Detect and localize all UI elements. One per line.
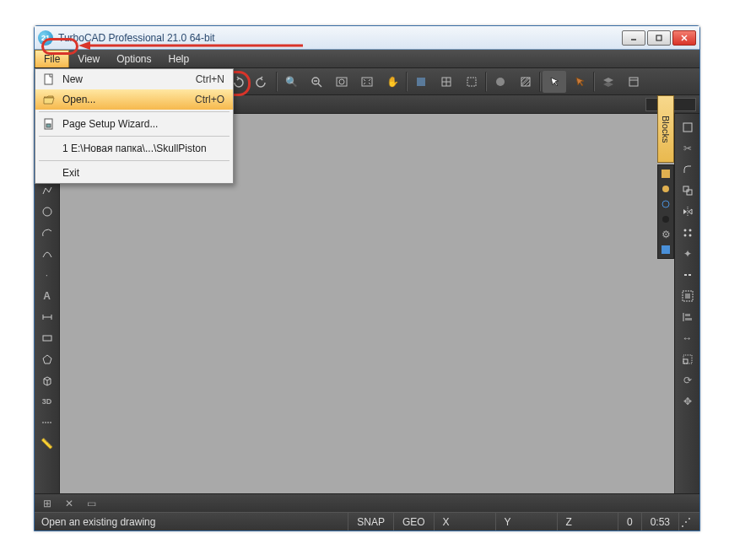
svg-point-27 (496, 78, 505, 86)
tool-mirror-icon[interactable] (678, 202, 698, 222)
tool-rectangle-icon[interactable] (37, 328, 57, 348)
svg-point-61 (662, 216, 669, 223)
tool-zoom-window-icon[interactable] (330, 71, 354, 93)
window-title: TurboCAD Professional 21.0 64-bit (58, 32, 622, 44)
tool-align-icon[interactable] (678, 307, 698, 327)
status-x-value[interactable] (453, 516, 487, 528)
tool-move-icon[interactable]: ✥ (678, 391, 698, 412)
minimize-button[interactable] (622, 30, 645, 46)
status-geo[interactable]: GEO (393, 513, 434, 530)
svg-rect-22 (417, 78, 425, 86)
menu-file[interactable]: File (35, 50, 69, 67)
file-menu-exit[interactable]: Exit (35, 163, 233, 183)
grid-toggle-icon[interactable]: ✕ (62, 496, 77, 511)
svg-rect-6 (46, 124, 51, 127)
tool-properties-icon[interactable] (622, 71, 645, 93)
tool-construction-icon[interactable] (37, 412, 57, 433)
svg-point-59 (662, 186, 669, 192)
status-snap[interactable]: SNAP (348, 513, 393, 530)
toolbar-separator (276, 72, 278, 92)
tool-wireframe-icon[interactable] (435, 71, 458, 93)
svg-rect-26 (467, 78, 476, 86)
tool-explode-icon[interactable]: ✦ (678, 244, 698, 264)
tool-select-icon[interactable] (543, 71, 566, 93)
svg-marker-45 (683, 209, 687, 214)
tool-pan-icon[interactable]: ✋ (381, 71, 404, 93)
svg-rect-56 (683, 359, 688, 363)
tool-circle-icon[interactable] (37, 202, 57, 222)
tool-layers-icon[interactable] (597, 71, 620, 93)
tool-zoom-out-icon[interactable] (305, 71, 328, 93)
svg-rect-54 (685, 314, 690, 316)
blocks-icon-2[interactable] (659, 182, 672, 196)
blocks-icon-6[interactable] (659, 243, 672, 256)
menu-separator (39, 111, 230, 112)
tool-trim-icon[interactable]: ✂ (678, 138, 698, 159)
tool-point-icon[interactable]: · (37, 265, 57, 285)
status-x: X (434, 513, 495, 530)
tool-redo-icon[interactable] (251, 71, 274, 93)
tool-3d-icon[interactable]: 3D (37, 391, 57, 412)
tool-array-icon[interactable] (678, 223, 698, 243)
new-file-icon (40, 73, 57, 85)
status-y-value[interactable] (515, 516, 548, 528)
blocks-panel-icons: ⚙ (657, 164, 674, 259)
app-icon: 21 (38, 30, 53, 46)
snap-toggle-icon[interactable]: ⊞ (40, 496, 55, 511)
tool-arc-icon[interactable] (37, 223, 57, 243)
tool-join-icon[interactable] (678, 265, 698, 285)
toolbar-separator (406, 72, 408, 92)
tool-hidden-line-icon[interactable] (460, 71, 483, 93)
tool-curve-icon[interactable] (37, 244, 57, 264)
tool-scale-icon[interactable] (678, 349, 698, 369)
tool-group-icon[interactable] (678, 286, 698, 306)
menu-options[interactable]: Options (108, 50, 159, 67)
tool-modify-icon[interactable] (678, 117, 698, 137)
tool-text-icon[interactable]: A (37, 286, 57, 306)
blocks-panel-tab[interactable]: Blocks (657, 95, 674, 163)
status-bar: Open an existing drawing SNAP GEO X Y Z … (35, 512, 699, 530)
svg-rect-58 (662, 170, 670, 178)
svg-rect-55 (685, 318, 692, 320)
tool-polygon-icon[interactable] (37, 349, 57, 369)
status-page: 0 (618, 513, 641, 530)
file-menu-new[interactable]: New Ctrl+N (35, 69, 233, 89)
tool-materials-icon[interactable] (489, 71, 512, 93)
menu-help[interactable]: Help (160, 50, 198, 67)
blocks-icon-3[interactable] (659, 197, 672, 211)
tool-zoom-in-icon[interactable]: 🔍 (279, 71, 303, 93)
model-paper-icon[interactable]: ▭ (84, 496, 99, 511)
file-menu-page-setup-label: Page Setup Wizard... (57, 118, 224, 130)
blocks-icon-1[interactable] (659, 167, 672, 180)
svg-rect-21 (362, 78, 372, 86)
tool-render-icon[interactable] (409, 71, 433, 93)
tool-3d-select-icon[interactable] (568, 71, 591, 93)
status-resize-grip-icon[interactable]: ⋰ (678, 513, 693, 530)
svg-rect-42 (683, 186, 688, 191)
tool-zoom-extents-icon[interactable] (355, 71, 379, 93)
tool-dimension-icon[interactable] (37, 307, 57, 327)
blocks-icon-4[interactable] (659, 213, 672, 226)
tool-hatch-icon[interactable] (514, 71, 537, 93)
tool-box-icon[interactable] (37, 370, 57, 390)
svg-point-48 (688, 229, 691, 232)
tool-fillet-icon[interactable] (678, 159, 698, 180)
menubar: File View Options Help New Ctrl+N Open..… (35, 50, 699, 68)
tool-measure-icon[interactable]: 📏 (37, 433, 57, 454)
bottom-toolbar: ⊞ ✕ ▭ (35, 493, 699, 512)
close-button[interactable] (672, 30, 696, 46)
tool-rotate-icon[interactable]: ⟳ (678, 370, 698, 390)
svg-rect-4 (45, 74, 52, 84)
menu-view[interactable]: View (69, 50, 108, 67)
file-menu-page-setup[interactable]: Page Setup Wizard... (35, 114, 233, 134)
svg-rect-38 (43, 336, 51, 341)
file-menu-open-label: Open... (57, 94, 195, 105)
tool-stretch-icon[interactable]: ↔ (678, 328, 698, 348)
status-z-value[interactable] (575, 516, 609, 528)
status-z: Z (557, 513, 618, 530)
file-menu-recent-1[interactable]: 1 E:\Новая папка\...\SkullPiston (35, 138, 233, 159)
file-menu-open[interactable]: Open... Ctrl+O (35, 89, 233, 110)
tool-offset-icon[interactable] (678, 180, 698, 201)
blocks-icon-5[interactable]: ⚙ (659, 228, 672, 241)
maximize-button[interactable] (647, 30, 671, 46)
